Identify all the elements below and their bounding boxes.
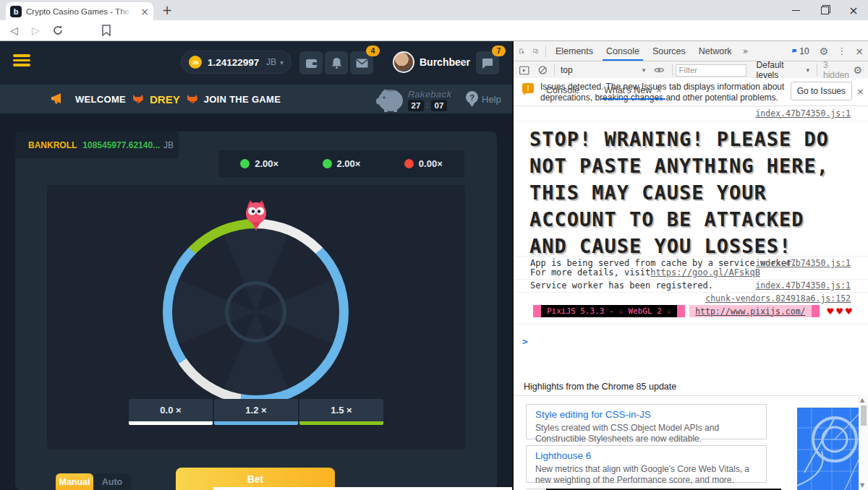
balance-pill[interactable]: JB 1.24122997 JB ▾ — [181, 51, 292, 74]
filter-input[interactable] — [676, 64, 746, 77]
scroll-thumb[interactable] — [861, 405, 867, 426]
multiplier-button-1[interactable]: 1.2 × — [214, 399, 298, 421]
help-label[interactable]: Help — [482, 94, 501, 105]
warning-line: THIS MAY CAUSE YOUR — [529, 179, 767, 206]
source-link[interactable]: index.47b74350.js:1 — [755, 108, 851, 119]
source-link[interactable]: chunk-vendors.824918a6.js:152 — [705, 293, 851, 304]
toolbar-divider — [672, 64, 673, 76]
console-settings-gear-icon[interactable]: ⚙ — [853, 64, 862, 76]
bankroll-currency: JB — [163, 140, 174, 150]
browser-navbar: ◁ ▷ bc.game/wheel — [0, 20, 868, 41]
console-messages-icon[interactable] — [792, 46, 797, 56]
log-text: For more details, visit https://goo.gl/A… — [530, 267, 760, 278]
welcome-text-1: WELCOME — [75, 94, 126, 105]
drawer-tab-console[interactable]: Console — [540, 80, 586, 100]
window-close-button[interactable]: × — [839, 0, 868, 20]
multiplier-button-0[interactable]: 0.0 × — [129, 399, 213, 421]
rakeback-timer-min: 27 — [408, 100, 424, 111]
reload-icon[interactable] — [52, 25, 64, 36]
devtools-close-icon[interactable]: × — [855, 46, 864, 57]
pixi-hearts: ♥♥♥ — [827, 306, 854, 317]
bankroll-amount: 108545977.62140... — [82, 140, 160, 150]
page-bottom-strip — [213, 487, 512, 490]
console-sidebar-icon[interactable] — [519, 66, 529, 75]
eye-icon[interactable] — [654, 66, 664, 74]
casino-menu-icon[interactable] — [13, 52, 30, 69]
new-tab-button[interactable]: + — [162, 3, 172, 17]
warning-line: STOP! WRANING! PLEASE DO — [529, 126, 829, 152]
wheel — [163, 219, 349, 405]
window-restore-button[interactable] — [810, 0, 839, 20]
rakeback-label[interactable]: Rakeback — [408, 89, 452, 100]
console-row-pixi: chunk-vendors.824918a6.js:152 PixiJS 5.3… — [514, 292, 868, 324]
welcome-banner: WELCOME DREY JOIN THE GAME Rakeback 27 :… — [0, 85, 512, 113]
card-title[interactable]: Style editing for CSS-in-JS — [535, 409, 757, 420]
wallet-button[interactable] — [299, 51, 323, 74]
device-toolbar-icon[interactable] — [533, 46, 538, 56]
source-link[interactable]: index.47b74350.js:1 — [755, 280, 851, 291]
window-minimize-button[interactable] — [781, 0, 810, 20]
avatar[interactable] — [393, 51, 414, 73]
console-row: index.47b74350.js:1 — [514, 106, 868, 121]
context-selector[interactable]: top — [561, 65, 573, 75]
owl-pointer-icon — [243, 200, 269, 231]
scroll-down-icon[interactable]: ▼ — [860, 482, 864, 489]
goo-gl-link[interactable]: https://goo.gl/AFskqB — [650, 267, 760, 278]
console-prompt[interactable]: > — [522, 336, 528, 347]
card-title[interactable]: Lighthouse 6 — [535, 450, 757, 461]
settings-gear-icon[interactable]: ⚙ — [820, 46, 829, 57]
whats-new-card[interactable]: Style editing for CSS-in-JS Styles creat… — [526, 404, 767, 439]
back-icon[interactable]: ◁ — [10, 25, 18, 36]
jb-coin-icon: JB — [189, 56, 202, 69]
screen: b Crypto Casino Games - The 16 Bes × + ×… — [0, 0, 868, 490]
issues-close-icon[interactable]: × — [856, 86, 864, 97]
devtools-kebab-icon[interactable]: ⋮ — [837, 46, 846, 56]
help-icon[interactable]: ? — [465, 90, 479, 108]
piggy-bank-icon — [375, 85, 406, 113]
balance-value: 1.24122997 — [208, 57, 259, 68]
green-dot-icon — [323, 159, 332, 168]
wallet-icon — [305, 58, 318, 69]
go-to-issues-button[interactable]: Go to Issues — [791, 82, 852, 100]
drawer-tab-whats-new[interactable]: What's New × — [597, 80, 669, 100]
history-value: 2.00× — [337, 158, 361, 169]
devtools-toolbar: Elements Console Sources Network » 10 ⚙ … — [514, 41, 868, 61]
levels-selector[interactable]: Default levels — [757, 60, 804, 80]
scroll-up-icon[interactable]: ▲ — [860, 397, 864, 403]
casino-header: JB 1.24122997 JB ▾ — [0, 41, 512, 85]
log-text: Service worker has been registered. — [530, 280, 713, 291]
tab-network[interactable]: Network — [692, 41, 739, 61]
devtools: Elements Console Sources Network » 10 ⚙ … — [514, 41, 868, 490]
whats-new-close-icon[interactable]: × — [655, 85, 662, 95]
pixi-banner: PixiJS 5.3.3 - ☆ WebGL 2 ☆ http://www.pi… — [533, 305, 854, 317]
tab-manual[interactable]: Manual — [56, 473, 93, 490]
green-dot-icon — [240, 159, 250, 168]
source-link[interactable]: index.47b74350.js:1 — [755, 258, 851, 268]
wheel-panel: 0.0 × 1.2 × 1.5 × — [47, 185, 465, 450]
clear-console-icon[interactable] — [538, 65, 548, 75]
tab-close-icon[interactable]: × — [140, 7, 149, 17]
inspect-icon[interactable] — [519, 46, 524, 57]
pixi-banner-text: PixiJS 5.3.3 - ☆ WebGL 2 ☆ — [541, 305, 677, 317]
whats-new-card[interactable]: Lighthouse 6 New metrics that align with… — [526, 445, 767, 483]
notifications-button[interactable] — [325, 51, 348, 74]
fox-icon — [132, 94, 144, 104]
tab-auto[interactable]: Auto — [93, 473, 131, 490]
multiplier-button-2[interactable]: 1.5 × — [299, 399, 383, 421]
scrollbar[interactable]: ▲ ▼ — [859, 395, 868, 490]
multiplier-bar-blue — [214, 421, 298, 425]
console-row: Service worker has been registered. inde… — [514, 279, 868, 293]
tab-sources[interactable]: Sources — [646, 41, 692, 61]
tab-console[interactable]: Console — [600, 41, 646, 61]
forward-icon[interactable]: ▷ — [32, 25, 40, 36]
bookmark-icon[interactable] — [101, 25, 111, 36]
more-tabs-icon[interactable]: » — [743, 46, 749, 56]
browser-tab[interactable]: b Crypto Casino Games - The 16 Bes × — [6, 2, 153, 20]
console-row: App is being served from cache by a serv… — [514, 256, 868, 280]
whats-new-heading-row: Highlights from the Chrome 85 update — [514, 378, 868, 396]
megaphone-icon — [51, 93, 65, 106]
console-divider — [514, 324, 868, 324]
tab-elements[interactable]: Elements — [549, 41, 600, 61]
pixi-url-link[interactable]: http://www.pixijs.com/ — [695, 306, 805, 317]
mail-icon — [356, 59, 368, 68]
